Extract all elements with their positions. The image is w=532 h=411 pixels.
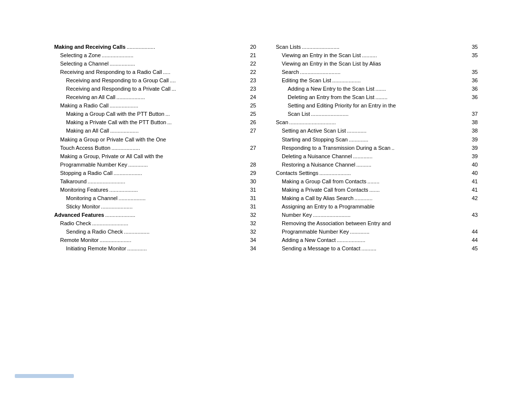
entry-text: Receiving an All Call [54, 93, 115, 102]
entry-page: 45 [472, 244, 478, 253]
toc-entry: Making an All Call ................... 2… [54, 127, 256, 135]
entry-text: Adding a New Contact [276, 236, 335, 244]
entry-dots: .................. [119, 194, 249, 203]
entry-dots: ................. [109, 60, 249, 68]
entry-page: 26 [250, 118, 256, 127]
entry-text: Scan [276, 118, 288, 127]
toc-entry: Scan ............................... 38 [276, 118, 478, 127]
entry-dots: ........................ [92, 219, 249, 228]
toc-entry: Sending a Radio Check ................. … [54, 228, 256, 236]
entry-dots: ......................... [311, 110, 471, 118]
entry-page: 32 [250, 219, 256, 228]
entry-dots: .... [170, 76, 249, 85]
toc-entry: Deleting an Entry from the Scan List ...… [276, 93, 478, 102]
entry-page: 34 [250, 236, 256, 244]
entry-dots: ... [171, 85, 249, 93]
toc-entry: Touch Access Button ................... … [54, 144, 256, 152]
entry-page: 41 [472, 186, 478, 194]
toc-entry: Receiving and Responding to a Radio Call… [54, 68, 256, 76]
entry-page: 29 [250, 169, 256, 177]
entry-text: Receiving and Responding to a Private Ca… [54, 85, 170, 93]
entry-dots: ....... [369, 186, 470, 194]
toc-area: Making and Receiving Calls .............… [54, 33, 478, 378]
toc-entry: Receiving an All Call ..................… [54, 93, 256, 102]
entry-text: Selecting a Channel [54, 60, 108, 68]
entry-page: 31 [250, 194, 256, 203]
entry-page: 38 [472, 127, 478, 135]
entry-text: Touch Access Button [54, 144, 110, 152]
toc-entry: Initiating Remote Monitor ............. … [54, 244, 256, 253]
toc-entry: Deleting a Nuisance Channel ............… [276, 152, 478, 161]
entry-page: 43 [472, 211, 478, 219]
entry-page: 36 [472, 76, 478, 85]
entry-text: Contacts Settings [276, 169, 318, 177]
entry-text: Making a Private Call from Contacts [276, 186, 368, 194]
entry-text: Editing the Scan List [276, 76, 331, 85]
toc-entry: Adding a New Entry to the Scan List ....… [276, 85, 478, 93]
entry-page: 36 [472, 93, 478, 102]
entry-page: 40 [472, 161, 478, 169]
toc-entry: Contacts Settings ..................... … [276, 169, 478, 177]
toc-entry: Making a Group or Private Call with the … [54, 136, 256, 144]
entry-text: Making a Private Call with the PTT Butto… [54, 118, 166, 127]
entry-page: 32 [250, 211, 256, 219]
page: Making and Receiving Calls .............… [0, 0, 532, 411]
entry-page: 31 [250, 186, 256, 194]
entry-page: 30 [250, 177, 256, 186]
toc-entry: Advanced Features .................... 3… [54, 211, 256, 219]
entry-page: 35 [472, 51, 478, 60]
entry-dots: ................... [113, 169, 249, 177]
entry-text: Removing the Association between Entry a… [276, 219, 391, 228]
entry-dots: ............ [355, 194, 471, 203]
entry-page: 35 [472, 43, 478, 51]
entry-dots: ............. [349, 136, 471, 144]
entry-dots: ..................... [101, 203, 249, 211]
entry-page: 24 [250, 93, 256, 102]
entry-text: Deleting an Entry from the Scan List [276, 93, 374, 102]
entry-dots: ..................... [319, 169, 471, 177]
entry-dots: ................... [109, 186, 249, 194]
toc-entry: Radio Check ........................ 32 [54, 219, 256, 228]
entry-text: Sticky Monitor [54, 203, 100, 211]
entry-page: 27 [250, 127, 256, 135]
entry-text: Viewing an Entry in the Scan List by Ali… [276, 60, 381, 68]
entry-page: 41 [472, 177, 478, 186]
toc-entry: Making a Private Call from Contacts ....… [276, 186, 478, 194]
entry-text: Advanced Features [54, 211, 104, 219]
entry-page: 39 [472, 152, 478, 161]
entry-page: 37 [472, 110, 478, 118]
toc-columns: Making and Receiving Calls .............… [54, 33, 478, 378]
entry-text: Receiving and Responding to a Radio Call [54, 68, 162, 76]
entry-page: 28 [250, 161, 256, 169]
entry-text: Scan List [276, 110, 310, 118]
entry-page: 36 [472, 85, 478, 93]
entry-dots: ... [166, 110, 249, 118]
entry-text: Making a Group or Private Call with the … [54, 136, 166, 144]
entry-text: Programmable Number Key [276, 228, 349, 236]
toc-entry: Making a Call by Alias Search ..........… [276, 194, 478, 203]
toc-entry: Stopping a Radio Call ..................… [54, 169, 256, 177]
entry-dots: ... [167, 118, 249, 127]
entry-dots: ................... [110, 127, 249, 135]
toc-entry: Selecting a Zone ..................... 2… [54, 51, 256, 60]
entry-text: Viewing an Entry in the Scan List [276, 51, 361, 60]
entry-dots: ................. [124, 228, 249, 236]
entry-page: 25 [250, 102, 256, 110]
entry-text: Setting and Editing Priority for an Entr… [276, 102, 396, 110]
entry-page: 25 [250, 110, 256, 118]
entry-dots: .......... [362, 244, 471, 253]
entry-text: Setting an Active Scan List [276, 127, 346, 135]
entry-dots: ................... [336, 236, 470, 244]
entry-dots: .................... [105, 211, 249, 219]
entry-text: Assigning an Entry to a Programmable [276, 203, 374, 211]
entry-page: 23 [250, 85, 256, 93]
entry-dots: ................... [127, 43, 249, 51]
entry-page: 40 [472, 169, 478, 177]
entry-page: 32 [250, 228, 256, 236]
entry-dots: ............. [353, 152, 470, 161]
entry-page: 22 [250, 68, 256, 76]
entry-text: Talkaround [54, 177, 87, 186]
entry-page: 39 [472, 136, 478, 144]
entry-text: Making an All Call [54, 127, 109, 135]
entry-page: 35 [472, 68, 478, 76]
